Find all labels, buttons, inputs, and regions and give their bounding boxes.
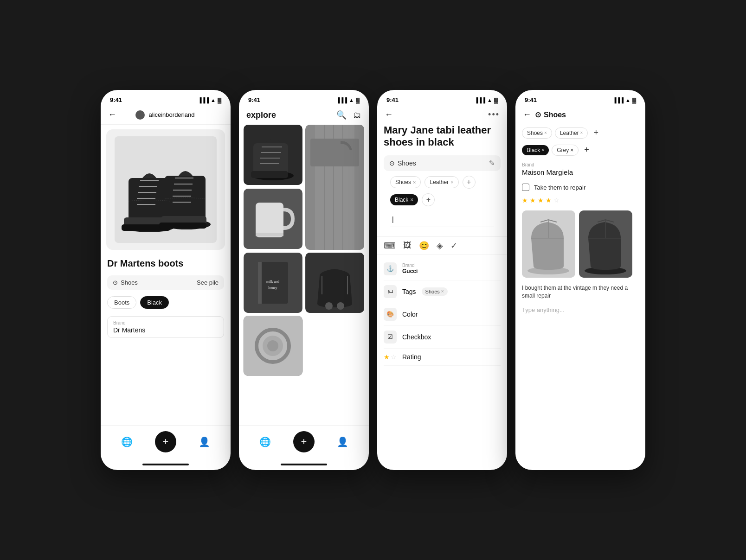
p3-tag-shoes[interactable]: Shoes × <box>390 176 421 188</box>
p3-category-row[interactable]: ⊙ Shoes ✎ <box>384 155 501 171</box>
p4-type-input[interactable]: Type anything... <box>515 304 645 316</box>
p3-back-button[interactable]: ← <box>385 110 393 120</box>
status-icons-1: ▐▐▐ ▲ ▓ <box>198 97 221 103</box>
p4-brand-section: Brand Maison Margiela <box>515 159 645 180</box>
battery-icon-3: ▓ <box>494 97 498 103</box>
battery-icon-2: ▓ <box>356 97 360 103</box>
p3-category-name: Shoes <box>398 159 416 167</box>
p1-nav-add[interactable]: + <box>155 431 176 452</box>
p1-category-name: Shoes <box>121 279 138 286</box>
grid-item-book[interactable]: milk and honey <box>244 253 302 313</box>
p3-color-label: Color <box>402 311 418 318</box>
p4-chip-black[interactable]: Black × <box>522 145 549 155</box>
grid-item-bag[interactable] <box>305 253 364 313</box>
svg-rect-35 <box>256 233 283 236</box>
p3-shoes-tag-chip: Shoes × <box>422 287 448 296</box>
p4-checkbox-row: Take them to repair <box>515 180 645 195</box>
status-icons-3: ▐▐▐ ▲ ▓ <box>475 97 498 103</box>
p4-star-3[interactable]: ★ <box>538 197 544 204</box>
p4-star-4[interactable]: ★ <box>546 197 552 204</box>
p2-cart-icon[interactable]: 🗂 <box>353 110 361 120</box>
signal-icon-3: ▐▐▐ <box>475 97 485 103</box>
battery-icon-1: ▓ <box>218 97 221 103</box>
p4-checkbox[interactable] <box>522 184 529 191</box>
svg-rect-34 <box>256 203 283 237</box>
p3-image-icon[interactable]: 🖼 <box>403 241 412 251</box>
p3-edit-icon[interactable]: ✎ <box>489 159 495 167</box>
p1-tag-black[interactable]: Black <box>140 296 169 309</box>
p3-keyboard-icon[interactable]: ⌨ <box>384 241 396 251</box>
p4-chip-grey[interactable]: Grey × <box>552 145 579 156</box>
boots-image <box>115 136 217 243</box>
p4-chip-shoes-remove[interactable]: × <box>544 130 547 135</box>
wifi-icon-4: ▲ <box>625 97 630 103</box>
p2-nav-add[interactable]: + <box>293 431 315 452</box>
p4-star-5[interactable]: ☆ <box>553 197 560 204</box>
svg-point-45 <box>337 302 344 310</box>
p3-prop-color[interactable]: 🎨 Color <box>384 303 501 326</box>
battery-icon-4: ▓ <box>632 97 636 103</box>
p3-prop-brand[interactable]: ⚓ Brand Gucci <box>384 258 501 280</box>
p1-brand-box: Brand Dr Martens <box>107 316 224 338</box>
p3-brand-icon: ⚓ <box>384 262 397 275</box>
p3-eraser-icon[interactable]: ◈ <box>437 241 443 251</box>
p2-search-icon[interactable]: 🔍 <box>336 110 347 120</box>
p4-add-filter[interactable]: + <box>591 127 601 139</box>
p1-header: ← aliceinborderland <box>101 106 231 125</box>
p3-emoji-icon[interactable]: 😊 <box>419 241 429 251</box>
p3-rating-stars: ★ ☆ <box>384 353 397 361</box>
p3-tag-shoes-remove[interactable]: × <box>413 179 416 185</box>
p3-text-cursor[interactable]: | <box>390 212 494 227</box>
p3-color-black-remove[interactable]: × <box>410 197 413 203</box>
p3-checkbox-label: Checkbox <box>402 333 431 341</box>
grid-item-boots[interactable] <box>244 125 302 185</box>
p3-prop-rating[interactable]: ★ ☆ Rating <box>384 349 501 366</box>
p3-more-button[interactable]: ••• <box>488 110 500 120</box>
p4-img-tabi-grey[interactable] <box>522 210 575 278</box>
p4-chip-shoes[interactable]: Shoes × <box>522 127 552 139</box>
time-2: 9:41 <box>248 96 260 103</box>
p2-nav-globe[interactable]: 🌐 <box>259 436 271 447</box>
status-bar-4: 9:41 ▐▐▐ ▲ ▓ <box>515 90 645 106</box>
p3-tag-leather-remove[interactable]: × <box>450 179 453 185</box>
grid-item-mug[interactable] <box>244 189 302 249</box>
svg-text:honey: honey <box>268 286 277 290</box>
signal-icon-2: ▐▐▐ <box>336 97 347 103</box>
p1-tag-boots[interactable]: Boots <box>107 296 136 309</box>
p3-color-black[interactable]: Black × <box>390 194 418 205</box>
p4-chip-leather-remove[interactable]: × <box>580 130 583 135</box>
p4-chip-black-remove[interactable]: × <box>541 147 544 153</box>
p3-brand-value: Gucci <box>402 268 418 274</box>
p1-avatar <box>135 110 145 120</box>
p3-rating-label: Rating <box>402 353 421 361</box>
p1-hero-image <box>106 129 225 250</box>
p3-check-icon[interactable]: ✓ <box>450 241 457 251</box>
p4-compass-icon: ⊙ <box>535 110 541 119</box>
p4-star-2[interactable]: ★ <box>530 197 536 204</box>
signal-icon-4: ▐▐▐ <box>613 97 624 103</box>
p1-nav-person[interactable]: 👤 <box>199 436 210 447</box>
p4-chip-leather[interactable]: Leather × <box>555 127 588 139</box>
p1-back-button[interactable]: ← <box>108 110 116 120</box>
p3-add-tag[interactable]: + <box>463 176 476 189</box>
p3-tags-label: Tags <box>402 288 416 295</box>
p3-tag-leather[interactable]: Leather × <box>424 176 458 188</box>
p2-nav-person[interactable]: 👤 <box>337 436 348 447</box>
p4-back-button[interactable]: ← <box>523 110 531 120</box>
p4-add-color[interactable]: + <box>581 144 592 156</box>
p3-prop-tags[interactable]: 🏷 Tags Shoes × <box>384 280 501 303</box>
p3-add-color[interactable]: + <box>422 193 435 206</box>
p4-chip-grey-remove[interactable]: × <box>570 147 573 153</box>
p2-home-indicator <box>281 464 327 465</box>
p1-nav-globe[interactable]: 🌐 <box>121 436 133 447</box>
p3-star-1: ★ <box>384 353 390 361</box>
p4-star-1[interactable]: ★ <box>522 197 528 204</box>
grid-item-accessory[interactable] <box>244 316 302 376</box>
p1-category-row[interactable]: ⊙ Shoes See pile <box>107 275 224 290</box>
p4-color-row: Black × Grey × + <box>515 141 645 159</box>
p3-color-tags: Black × + <box>384 193 501 206</box>
p4-img-tabi-black[interactable] <box>579 210 632 278</box>
p3-prop-checkbox[interactable]: ☑ Checkbox <box>384 326 501 349</box>
grid-item-jeans[interactable] <box>305 125 364 250</box>
p1-see-pile[interactable]: See pile <box>197 279 219 286</box>
